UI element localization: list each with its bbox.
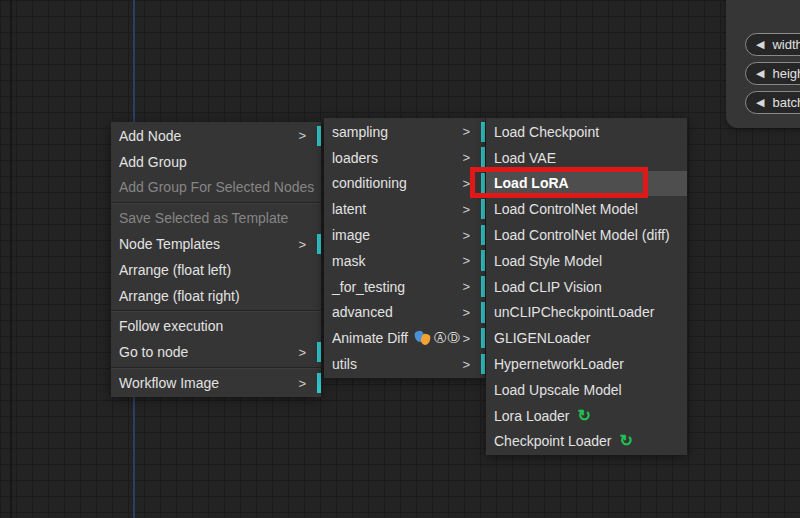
menu-item-label: Node Templates (119, 236, 220, 252)
menu-item-load-upscale-model[interactable]: Load Upscale Model (486, 377, 687, 403)
menu-item-label: Load ControlNet Model (494, 201, 638, 217)
menu-item-node-templates[interactable]: Node Templates> (111, 231, 321, 257)
submenu-indicator-bar (481, 122, 485, 143)
submenu-arrow-icon: > (462, 357, 479, 372)
recycle-icon: ↻ (578, 408, 591, 424)
menu-item-label: Follow execution (119, 318, 223, 334)
menu-item-label: sampling (332, 124, 388, 140)
submenu-arrow-icon: > (462, 253, 479, 268)
menu-item-label: advanced (332, 304, 393, 320)
menu-item-label: HypernetworkLoader (494, 356, 624, 372)
submenu-arrow-icon: > (462, 150, 479, 165)
submenu-arrow-icon: > (462, 124, 479, 139)
menu-item-label: Load LoRA (494, 175, 569, 191)
menu-item-add-node[interactable]: Add Node> (111, 123, 321, 149)
menu-item-mask[interactable]: mask> (324, 248, 485, 274)
menu-separator (111, 202, 321, 204)
menu-item-load-style-model[interactable]: Load Style Model (486, 248, 687, 274)
context-submenu-categories: sampling>loaders>conditioning>latent>ima… (324, 118, 485, 378)
menu-item-label: Add Group For Selected Nodes (119, 179, 314, 195)
submenu-indicator-bar (481, 225, 485, 246)
widget-height[interactable]: ◀height (745, 62, 800, 85)
submenu-indicator-bar (481, 173, 485, 194)
menu-item-latent[interactable]: latent> (324, 196, 485, 222)
menu-item-label: Lora Loader (494, 408, 570, 424)
menu-item-label: Load Checkpoint (494, 124, 599, 140)
menu-item-load-controlnet-model[interactable]: Load ControlNet Model (486, 196, 687, 222)
menu-item-advanced[interactable]: advanced> (324, 300, 485, 326)
menu-item-label: Add Group (119, 154, 187, 170)
menu-item-load-clip-vision[interactable]: Load CLIP Vision (486, 274, 687, 300)
menu-item-follow-execution[interactable]: Follow execution (111, 314, 321, 340)
menu-item-load-controlnet-model-diff[interactable]: Load ControlNet Model (diff) (486, 222, 687, 248)
menu-item-label: conditioning (332, 175, 407, 191)
submenu-indicator-bar (481, 328, 485, 349)
menu-item-label: Arrange (float left) (119, 262, 231, 278)
submenu-arrow-icon: > (462, 176, 479, 191)
widget-decrement-arrow-icon[interactable]: ◀ (756, 97, 764, 108)
widget-decrement-arrow-icon[interactable]: ◀ (756, 39, 764, 50)
menu-item-label: Checkpoint Loader (494, 433, 612, 449)
menu-item-load-lora[interactable]: Load LoRA (486, 171, 687, 197)
menu-item-label: unCLIPCheckpointLoader (494, 304, 654, 320)
menu-item-sampling[interactable]: sampling> (324, 119, 485, 145)
widget-label: height (772, 66, 800, 81)
menu-item-label: Add Node (119, 128, 181, 144)
context-menu-main: Add Node>Add GroupAdd Group For Selected… (111, 122, 321, 397)
widget-batch[interactable]: ◀batch (745, 91, 800, 114)
widget-width[interactable]: ◀width (745, 33, 800, 56)
menu-item-load-vae[interactable]: Load VAE (486, 145, 687, 171)
widget-label: batch (772, 95, 800, 110)
menu-item-go-to-node[interactable]: Go to node> (111, 339, 321, 365)
context-submenu-loaders: Load CheckpointLoad VAELoad LoRALoad Con… (486, 118, 687, 455)
menu-item-label: Load VAE (494, 150, 556, 166)
menu-item-label: Load ControlNet Model (diff) (494, 227, 670, 243)
menu-item-gligenloader[interactable]: GLIGENLoader (486, 325, 687, 351)
menu-item-workflow-image[interactable]: Workflow Image> (111, 370, 321, 396)
menu-separator (111, 310, 321, 312)
menu-item-hypernetworkloader[interactable]: HypernetworkLoader (486, 351, 687, 377)
menu-item-unclipcheckpointloader[interactable]: unCLIPCheckpointLoader (486, 300, 687, 326)
submenu-arrow-icon: > (462, 305, 479, 320)
menu-item-for-testing[interactable]: _for_testing> (324, 274, 485, 300)
submenu-indicator-bar (481, 147, 485, 168)
menu-item-loaders[interactable]: loaders> (324, 145, 485, 171)
menu-item-label: _for_testing (332, 279, 405, 295)
submenu-arrow-icon: > (462, 279, 479, 294)
recycle-icon: ↻ (620, 433, 633, 449)
menu-item-load-checkpoint[interactable]: Load Checkpoint (486, 119, 687, 145)
menu-item-label: Load Style Model (494, 253, 602, 269)
submenu-arrow-icon: > (298, 376, 315, 391)
submenu-indicator-bar (317, 342, 321, 363)
menu-item-label: Workflow Image (119, 375, 219, 391)
menu-item-animate-diff[interactable]: Animate DiffⒶⒹ> (324, 325, 485, 351)
submenu-arrow-icon: > (462, 202, 479, 217)
menu-item-label: utils (332, 356, 357, 372)
menu-item-label: latent (332, 201, 366, 217)
menu-item-label: Load CLIP Vision (494, 279, 602, 295)
menu-item-image[interactable]: image> (324, 222, 485, 248)
menu-item-label: mask (332, 253, 365, 269)
menu-item-checkpoint-loader[interactable]: Checkpoint Loader↻ (486, 429, 687, 455)
menu-item-arrange-float-right[interactable]: Arrange (float right) (111, 283, 321, 309)
menu-item-label: GLIGENLoader (494, 330, 591, 346)
grid-major-line (10, 0, 12, 518)
menu-item-lora-loader[interactable]: Lora Loader↻ (486, 403, 687, 429)
menu-item-add-group[interactable]: Add Group (111, 149, 321, 175)
menu-item-label: Load Upscale Model (494, 382, 622, 398)
menu-separator (111, 367, 321, 369)
submenu-indicator-bar (317, 126, 321, 147)
submenu-arrow-icon: > (298, 345, 315, 360)
menu-item-label: image (332, 227, 370, 243)
menu-item-label: loaders (332, 150, 378, 166)
menu-item-conditioning[interactable]: conditioning> (324, 171, 485, 197)
widget-decrement-arrow-icon[interactable]: ◀ (756, 68, 764, 79)
menu-item-label: Go to node (119, 344, 188, 360)
submenu-arrow-icon: > (298, 128, 315, 143)
menu-item-utils[interactable]: utils> (324, 351, 485, 377)
submenu-indicator-bar (317, 373, 321, 394)
menu-item-arrange-float-left[interactable]: Arrange (float left) (111, 257, 321, 283)
submenu-indicator-bar (481, 354, 485, 375)
menu-item-label: Save Selected as Template (119, 210, 288, 226)
circled-letters-ad: ⒶⒹ (434, 330, 461, 347)
